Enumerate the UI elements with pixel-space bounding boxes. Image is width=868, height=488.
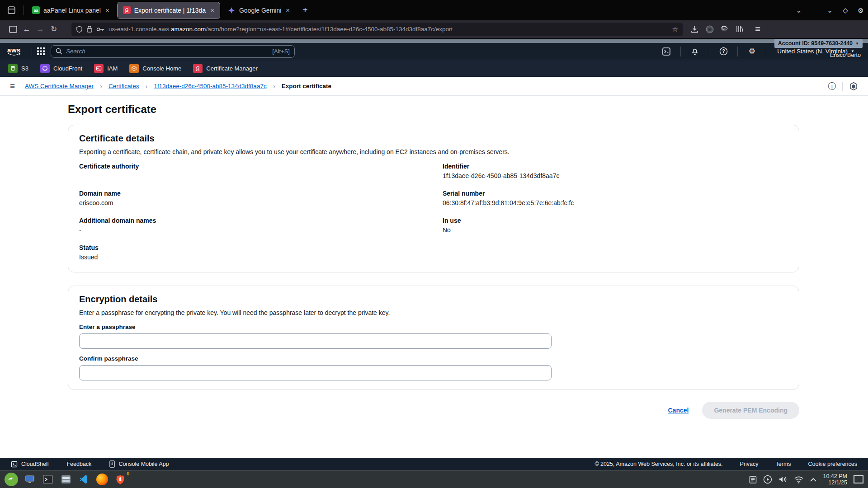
favorite-console-home[interactable]: Console Home	[129, 64, 181, 73]
breadcrumb-separator-icon: ›	[100, 82, 102, 90]
footer-console-mobile-app[interactable]: Console Mobile App	[109, 460, 169, 468]
bookmark-star-icon[interactable]: ☆	[672, 25, 678, 33]
window-edge-light	[0, 39, 868, 43]
start-menu-button[interactable]	[5, 473, 18, 486]
passphrase-input[interactable]	[79, 333, 552, 349]
extensions-puzzle-icon[interactable]	[721, 25, 729, 33]
close-tab-icon[interactable]: ×	[104, 6, 110, 14]
footer-terms-link[interactable]: Terms	[776, 461, 791, 467]
brave-icon[interactable]: 0	[114, 473, 127, 486]
cloudshell-icon[interactable]	[659, 45, 674, 58]
form-actions: Cancel Generate PEM Encoding	[68, 402, 799, 419]
acm-favicon	[123, 6, 131, 14]
favorite-certificate-manager[interactable]: Certificate Manager	[193, 64, 257, 73]
brave-badge: 0	[127, 471, 129, 476]
aws-search-box[interactable]: [Alt+S]	[51, 45, 295, 58]
vscode-icon[interactable]	[78, 473, 90, 486]
side-nav-hamburger-icon[interactable]: ≡	[10, 81, 15, 91]
footer-privacy-link[interactable]: Privacy	[740, 461, 759, 467]
cloudshell-icon	[11, 461, 18, 468]
browser-tab-strip: aa aaPanel Linux panel × Export certific…	[0, 0, 868, 20]
certificate-manager-icon	[193, 64, 203, 73]
tab-export-certificate[interactable]: Export certificate | 1f13da ×	[118, 2, 220, 19]
aws-search-input[interactable]	[66, 48, 269, 55]
volume-icon[interactable]	[778, 475, 788, 483]
close-tab-icon[interactable]: ×	[285, 6, 291, 14]
favorite-cloudfront[interactable]: CloudFront	[40, 64, 82, 73]
window-maximize-icon[interactable]: ◇	[843, 6, 848, 14]
window-close-icon[interactable]: ⊗	[858, 6, 863, 14]
services-grid-icon[interactable]	[37, 47, 45, 56]
downloads-icon[interactable]	[691, 25, 698, 33]
tray-expand-chevron-icon[interactable]	[810, 478, 816, 482]
field-status: Status Issued	[79, 244, 425, 261]
url-bar[interactable]: us-east-1.console.aws.amazon.com/acm/hom…	[71, 23, 683, 36]
footer-cloudshell[interactable]: CloudShell	[11, 461, 48, 468]
close-tab-icon[interactable]: ×	[209, 6, 215, 14]
account-name[interactable]: Erisco Berto	[830, 52, 861, 58]
settings-gear-icon[interactable]: ⚙	[744, 45, 760, 58]
account-id-badge[interactable]: Account ID: 9549-7630-2440 ▼	[774, 39, 863, 48]
footer-cookie-preferences-link[interactable]: Cookie preferences	[808, 461, 857, 467]
info-panel-icon[interactable]: ⓘ	[828, 81, 836, 92]
clipboard-tray-icon[interactable]	[749, 475, 757, 484]
gemini-favicon	[228, 6, 236, 14]
certificate-details-description: Exporting a certificate, certificate cha…	[79, 148, 788, 155]
favorite-iam[interactable]: IAM	[94, 64, 118, 73]
console-home-icon	[129, 64, 139, 73]
show-desktop-button[interactable]	[854, 475, 863, 483]
display-settings-icon[interactable]	[24, 473, 36, 486]
cloudfront-icon	[40, 64, 50, 73]
breadcrumb: ≡ AWS Certificate Manager › Certificates…	[0, 77, 868, 96]
lock-icon[interactable]	[87, 26, 92, 33]
field-in-use: In use No	[443, 217, 788, 234]
key-icon[interactable]	[96, 27, 104, 32]
window-shade-icon[interactable]: ⌄	[827, 6, 833, 14]
field-identifier: Identifier 1f13daee-d26c-4500-ab85-134d3…	[443, 163, 788, 180]
breadcrumb-certificates-link[interactable]: Certificates	[108, 83, 139, 89]
browser-toolbar: ← → ↻ us-east-1.console.aws.amazon.com/a…	[0, 20, 868, 38]
tab-google-gemini[interactable]: Google Gemini ×	[222, 2, 295, 19]
taskbar-clock[interactable]: 10:42 PM 12/1/25	[823, 473, 847, 486]
tracking-shield-icon[interactable]	[76, 26, 83, 33]
favorite-s3[interactable]: S3	[8, 64, 28, 73]
library-icon[interactable]	[736, 25, 744, 33]
suse-geeko-icon	[7, 475, 16, 484]
new-tab-button[interactable]: +	[298, 5, 312, 15]
firefox-icon[interactable]	[96, 473, 108, 486]
menu-icon[interactable]: ≡	[751, 23, 764, 36]
confirm-passphrase-label: Confirm passphrase	[79, 355, 788, 362]
passphrase-label: Enter a passphrase	[79, 324, 788, 330]
divider	[842, 82, 843, 91]
confirm-passphrase-input[interactable]	[79, 365, 552, 380]
breadcrumb-acm-link[interactable]: AWS Certificate Manager	[25, 83, 94, 89]
breadcrumb-separator-icon: ›	[273, 82, 275, 90]
sidebar-toggle-icon[interactable]	[6, 23, 20, 36]
aws-logo[interactable]: aws	[7, 47, 21, 56]
forward-icon: →	[33, 23, 47, 36]
notifications-bell-icon[interactable]	[687, 45, 703, 58]
file-manager-icon[interactable]	[60, 473, 72, 486]
desktop-taskbar: 0 10:42 PM 12/1/25	[0, 470, 868, 488]
list-all-tabs-icon[interactable]: ⌄	[796, 6, 802, 14]
wifi-icon[interactable]	[794, 476, 804, 483]
reload-icon[interactable]: ↻	[47, 23, 61, 36]
terminal-icon[interactable]	[42, 473, 54, 486]
breadcrumb-certificate-id-link[interactable]: 1f13daee-d26c-4500-ab85-134d3df8aa7c	[154, 83, 266, 89]
generate-pem-encoding-button[interactable]: Generate PEM Encoding	[702, 402, 799, 419]
s3-icon	[8, 64, 18, 73]
tab-aapanel[interactable]: aa aaPanel Linux panel ×	[27, 2, 115, 19]
extension-avatar-icon[interactable]	[706, 25, 714, 33]
aws-footer: CloudShell Feedback Console Mobile App ©…	[0, 458, 868, 470]
amazon-q-hexagon-icon[interactable]	[849, 82, 858, 91]
media-player-icon[interactable]	[763, 475, 772, 484]
firefox-view-icon[interactable]	[5, 4, 18, 17]
search-shortcut-hint: [Alt+S]	[272, 48, 290, 55]
aws-favorites-bar: S3 CloudFront IAM Console Home Certifica…	[0, 60, 868, 77]
cancel-button[interactable]: Cancel	[668, 407, 689, 414]
footer-feedback[interactable]: Feedback	[66, 461, 91, 467]
back-icon[interactable]: ←	[20, 23, 33, 36]
help-icon[interactable]: ?	[716, 45, 731, 58]
search-icon	[56, 48, 62, 55]
breadcrumb-separator-icon: ›	[145, 82, 147, 90]
